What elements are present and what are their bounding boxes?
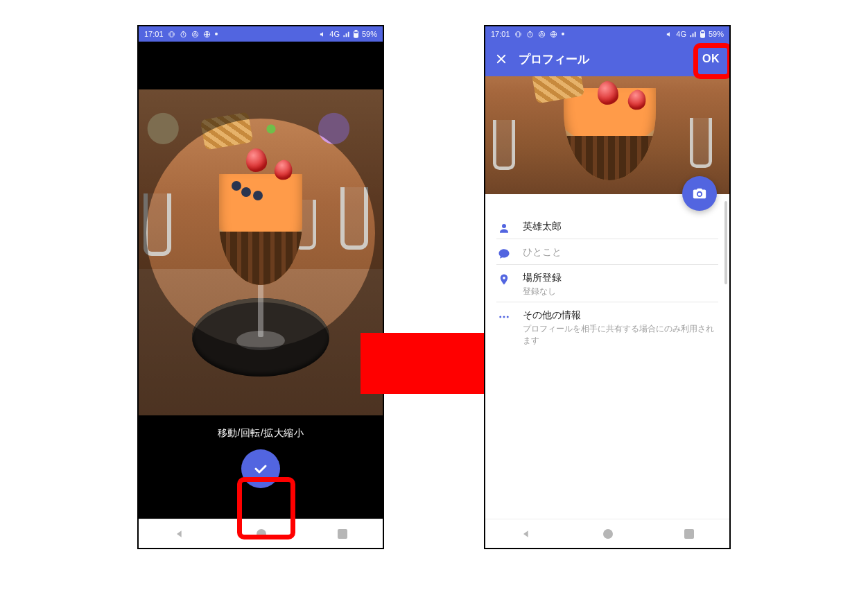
volume-icon [319, 31, 327, 38]
battery-icon [700, 30, 706, 38]
globe-icon [203, 31, 211, 38]
source-photo[interactable] [139, 89, 383, 415]
appbar-title: プロフィール [519, 51, 691, 67]
photo-crop-screen: 移動/回転/拡大縮小 [139, 42, 383, 519]
profile-form: 英雄太郎 ひとこと 場所登録 登録なし [485, 194, 729, 519]
phone-crop-photo: 17:01 4G [137, 25, 384, 549]
nav-home-button[interactable] [603, 529, 613, 539]
svg-point-16 [502, 224, 506, 228]
row-word[interactable]: ひとこと [496, 239, 718, 265]
nav-back-button[interactable] [174, 528, 185, 539]
other-subtitle: プロフィールを相手に共有する場合にのみ利用されます [523, 323, 718, 347]
phone-profile-edit: 17:01 4G 59% プロフィール OK [484, 25, 731, 549]
change-photo-button[interactable] [682, 176, 717, 211]
battery-label: 59% [709, 30, 724, 38]
vibration-icon [514, 31, 522, 38]
location-title: 場所登録 [523, 272, 718, 284]
svg-rect-0 [170, 31, 173, 36]
svg-rect-8 [517, 31, 520, 36]
close-icon [495, 53, 507, 65]
svg-point-17 [499, 316, 501, 318]
vibration-icon [168, 31, 175, 38]
svg-rect-14 [702, 31, 704, 31]
signal-icon [342, 31, 350, 38]
network-label: 4G [329, 30, 340, 38]
nav-back-button[interactable] [521, 528, 532, 539]
pin-icon [496, 272, 512, 286]
svg-rect-15 [701, 33, 704, 37]
timer-icon [180, 31, 187, 38]
name-value: 英雄太郎 [523, 221, 718, 233]
person-icon [496, 221, 512, 234]
crop-canvas[interactable] [139, 42, 383, 422]
camera-icon [692, 186, 707, 201]
dot-icon [562, 33, 564, 35]
other-title: その他の情報 [523, 309, 718, 322]
battery-icon [353, 30, 359, 38]
callout-highlight-confirm [237, 477, 295, 539]
check-icon [252, 460, 269, 477]
nav-recent-button[interactable] [684, 529, 694, 539]
battery-label: 59% [362, 30, 377, 38]
chrome-icon [538, 31, 546, 38]
close-button[interactable] [495, 53, 507, 65]
scroll-indicator[interactable] [724, 201, 727, 284]
nav-recent-button[interactable] [338, 529, 347, 539]
svg-point-11 [540, 33, 542, 35]
callout-highlight-ok [693, 43, 731, 79]
row-name[interactable]: 英雄太郎 [496, 214, 718, 239]
header-photo[interactable] [485, 76, 729, 194]
status-time: 17:01 [491, 30, 510, 38]
transition-arrow [361, 333, 485, 394]
network-label: 4G [676, 30, 686, 38]
timer-icon [526, 31, 534, 38]
dot-icon [215, 33, 218, 35]
word-placeholder: ひとこと [523, 246, 718, 259]
status-time: 17:01 [144, 30, 164, 38]
more-icon [496, 309, 512, 323]
row-other[interactable]: その他の情報 プロフィールを相手に共有する場合にのみ利用されます [496, 302, 718, 351]
status-bar: 17:01 4G [139, 26, 383, 42]
signal-icon [689, 31, 697, 38]
svg-point-3 [193, 33, 196, 35]
speech-icon [496, 246, 512, 260]
svg-point-18 [503, 316, 505, 318]
chrome-icon [191, 31, 199, 38]
svg-point-19 [507, 316, 509, 318]
location-subtitle: 登録なし [523, 286, 718, 297]
svg-rect-6 [355, 31, 357, 31]
system-nav-bar [485, 519, 729, 548]
row-location[interactable]: 場所登録 登録なし [496, 265, 718, 302]
crop-hint-text: 移動/回転/拡大縮小 [218, 427, 304, 440]
status-bar: 17:01 4G 59% [485, 26, 729, 42]
globe-icon [550, 31, 557, 38]
svg-rect-7 [354, 33, 357, 37]
volume-icon [666, 31, 673, 38]
tutorial-two-phone-figure: 17:01 4G [0, 0, 868, 613]
